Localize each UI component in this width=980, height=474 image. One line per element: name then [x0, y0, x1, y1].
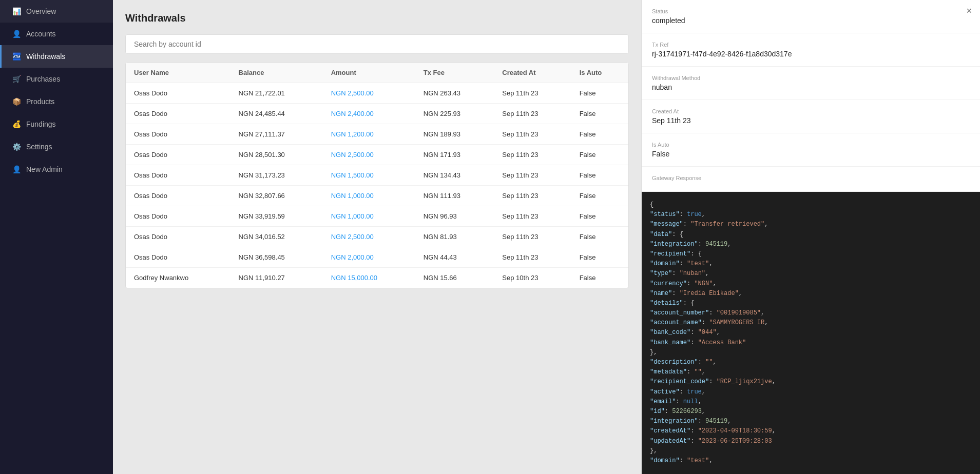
table-row[interactable]: Osas DodoNGN 27,111.37NGN 1,200.00NGN 18…: [126, 124, 628, 145]
purchases-icon: 🛒: [12, 75, 21, 83]
cell-4-2: NGN 1,500.00: [323, 165, 415, 186]
cell-9-5: False: [571, 268, 628, 288]
sidebar-label-fundings: Fundings: [26, 120, 56, 128]
settings-icon: ⚙️: [12, 143, 21, 151]
sidebar-label-withdrawals: Withdrawals: [26, 52, 65, 61]
cell-8-4: Sep 11th 23: [494, 247, 571, 268]
cell-7-1: NGN 34,016.52: [230, 227, 323, 247]
cell-7-4: Sep 11th 23: [494, 227, 571, 247]
cell-4-1: NGN 31,173.23: [230, 165, 323, 186]
cell-9-4: Sep 10th 23: [494, 268, 571, 288]
sidebar-item-purchases[interactable]: 🛒 Purchases: [0, 68, 113, 90]
col-header-amount: Amount: [323, 63, 415, 83]
table-row[interactable]: Osas DodoNGN 33,919.59NGN 1,000.00NGN 96…: [126, 206, 628, 227]
is-auto-section: Is Auto False: [642, 133, 980, 167]
json-line: },: [650, 446, 972, 456]
cell-8-5: False: [571, 247, 628, 268]
json-line: "name": "Iredia Ebikade",: [650, 289, 972, 299]
table-row[interactable]: Osas DodoNGN 34,016.52NGN 2,500.00NGN 81…: [126, 227, 628, 247]
close-button[interactable]: ×: [966, 6, 972, 15]
json-line: "currency": "NGN",: [650, 279, 972, 289]
cell-2-1: NGN 27,111.37: [230, 124, 323, 145]
sidebar-label-overview: Overview: [26, 7, 56, 15]
json-line: "createdAt": "2023-04-09T18:30:59,: [650, 426, 972, 436]
cell-3-3: NGN 171.93: [415, 145, 494, 165]
cell-8-0: Osas Dodo: [126, 247, 230, 268]
cell-5-1: NGN 32,807.66: [230, 186, 323, 206]
col-header-balance: Balance: [230, 63, 323, 83]
cell-3-4: Sep 11th 23: [494, 145, 571, 165]
table-body: Osas DodoNGN 21,722.01NGN 2,500.00NGN 26…: [126, 83, 628, 288]
json-line: "message": "Transfer retrieved",: [650, 220, 972, 229]
json-line: },: [650, 348, 972, 358]
sidebar-label-accounts: Accounts: [26, 30, 56, 38]
json-line: "domain": "test",: [650, 456, 972, 466]
table-row[interactable]: Osas DodoNGN 31,173.23NGN 1,500.00NGN 13…: [126, 165, 628, 186]
json-line: "domain": "test",: [650, 259, 972, 269]
table-row[interactable]: Osas DodoNGN 36,598.45NGN 2,000.00NGN 44…: [126, 247, 628, 268]
col-header-created-at: Created At: [494, 63, 571, 83]
cell-1-4: Sep 11th 23: [494, 104, 571, 124]
sidebar-item-products[interactable]: 📦 Products: [0, 90, 113, 113]
json-line: "active": true,: [650, 387, 972, 397]
cell-0-2: NGN 2,500.00: [323, 83, 415, 104]
table-row[interactable]: Godfrey NwankwoNGN 11,910.27NGN 15,000.0…: [126, 268, 628, 288]
json-line: "integration": 945119,: [650, 240, 972, 249]
json-line: "status": true,: [650, 210, 972, 220]
col-header-tx-fee: Tx Fee: [415, 63, 494, 83]
products-icon: 📦: [12, 97, 21, 106]
sidebar-label-new-admin: New Admin: [26, 165, 63, 173]
json-line: "details": {: [650, 299, 972, 308]
cell-3-0: Osas Dodo: [126, 145, 230, 165]
withdrawal-method-label: Withdrawal Method: [652, 75, 970, 81]
table-row[interactable]: Osas DodoNGN 28,501.30NGN 2,500.00NGN 17…: [126, 145, 628, 165]
new-admin-icon: 👤: [12, 165, 21, 173]
cell-6-4: Sep 11th 23: [494, 206, 571, 227]
fundings-icon: 💰: [12, 120, 21, 128]
cell-4-0: Osas Dodo: [126, 165, 230, 186]
cell-1-5: False: [571, 104, 628, 124]
col-header-is-auto: Is Auto: [571, 63, 628, 83]
json-line: "updatedAt": "2023-06-25T09:28:03: [650, 437, 972, 446]
gateway-response-section: Gateway Response: [642, 167, 980, 192]
cell-0-4: Sep 11th 23: [494, 83, 571, 104]
search-input[interactable]: [125, 34, 629, 54]
cell-5-3: NGN 111.93: [415, 186, 494, 206]
sidebar-item-withdrawals[interactable]: 🏧 Withdrawals: [0, 45, 113, 68]
cell-5-2: NGN 1,000.00: [323, 186, 415, 206]
sidebar: 📊 Overview 👤 Accounts 🏧 Withdrawals 🛒 Pu…: [0, 0, 113, 474]
sidebar-item-overview[interactable]: 📊 Overview: [0, 0, 113, 23]
json-line: "bank_code": "044",: [650, 328, 972, 338]
table-row[interactable]: Osas DodoNGN 32,807.66NGN 1,000.00NGN 11…: [126, 186, 628, 206]
withdrawals-icon: 🏧: [12, 52, 21, 61]
tx-ref-section: Tx Ref rj-31741971-f47d-4e92-8426-f1a8d3…: [642, 33, 980, 67]
table-row[interactable]: Osas DodoNGN 24,485.44NGN 2,400.00NGN 22…: [126, 104, 628, 124]
cell-6-2: NGN 1,000.00: [323, 206, 415, 227]
is-auto-value: False: [652, 150, 970, 158]
json-line: "account_number": "0019019085",: [650, 308, 972, 318]
cell-0-5: False: [571, 83, 628, 104]
page-title: Withdrawals: [125, 12, 629, 24]
sidebar-item-settings[interactable]: ⚙️ Settings: [0, 135, 113, 158]
sidebar-label-settings: Settings: [26, 143, 52, 151]
json-block: {"status": true,"message": "Transfer ret…: [642, 192, 980, 474]
withdrawals-table: User NameBalanceAmountTx FeeCreated AtIs…: [125, 62, 629, 288]
cell-2-5: False: [571, 124, 628, 145]
sidebar-item-new-admin[interactable]: 👤 New Admin: [0, 158, 113, 181]
json-line: "account_name": "SAMMYROGERS IR,: [650, 318, 972, 328]
tx-ref-label: Tx Ref: [652, 42, 970, 48]
sidebar-item-fundings[interactable]: 💰 Fundings: [0, 113, 113, 135]
withdrawal-method-value: nuban: [652, 83, 970, 91]
detail-panel: × Status completed Tx Ref rj-31741971-f4…: [641, 0, 980, 474]
sidebar-item-accounts[interactable]: 👤 Accounts: [0, 23, 113, 45]
cell-9-3: NGN 15.66: [415, 268, 494, 288]
tx-ref-value: rj-31741971-f47d-4e92-8426-f1a8d30d317e: [652, 50, 970, 58]
cell-7-0: Osas Dodo: [126, 227, 230, 247]
cell-6-3: NGN 96.93: [415, 206, 494, 227]
json-line: "id": 52266293,: [650, 407, 972, 417]
sidebar-label-purchases: Purchases: [26, 75, 60, 83]
cell-5-4: Sep 11th 23: [494, 186, 571, 206]
table-row[interactable]: Osas DodoNGN 21,722.01NGN 2,500.00NGN 26…: [126, 83, 628, 104]
json-line: "bank_name": "Access Bank": [650, 338, 972, 348]
cell-0-3: NGN 263.43: [415, 83, 494, 104]
